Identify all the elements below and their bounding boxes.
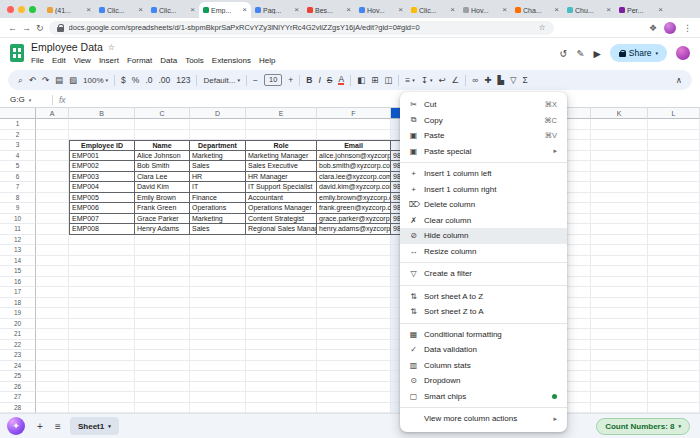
omnibox[interactable]: docs.google.com/spreadsheets/d/1-sbpmBkp… — [49, 21, 554, 35]
grid-cell[interactable] — [190, 329, 246, 340]
grid-cell[interactable] — [591, 140, 648, 151]
grid-cell[interactable] — [648, 403, 700, 414]
grid-cell[interactable] — [135, 403, 190, 414]
video-call-icon[interactable]: ▶ — [593, 48, 600, 59]
grid-cell[interactable]: Role — [246, 140, 317, 151]
grid-cell[interactable] — [190, 277, 246, 288]
grid-cell[interactable] — [36, 371, 69, 382]
text-color-icon[interactable]: A — [338, 75, 344, 85]
grid-cell[interactable]: bob.smith@xyzcorp.com — [317, 161, 391, 172]
star-document-icon[interactable]: ☆ — [108, 43, 115, 52]
grid-cell[interactable]: Marketing Manager — [246, 151, 317, 162]
grid-cell[interactable] — [135, 382, 190, 393]
row-header[interactable]: 14 — [0, 256, 36, 267]
grid-cell[interactable] — [648, 392, 700, 403]
grid-cell[interactable]: grace.parker@xyzcorp.com — [317, 214, 391, 225]
grid-cell[interactable] — [648, 151, 700, 162]
functions-icon[interactable]: Σ — [522, 75, 527, 85]
tab-close-icon[interactable]: × — [606, 6, 611, 14]
grid-cell[interactable] — [190, 256, 246, 267]
text-wrap-icon[interactable]: ↩ — [438, 75, 445, 85]
share-button[interactable]: Share ▾ — [610, 44, 667, 62]
row-header[interactable]: 15 — [0, 266, 36, 277]
grid-cell[interactable]: Name — [135, 140, 190, 151]
column-header-f[interactable]: F — [317, 108, 391, 119]
tab-close-icon[interactable]: × — [346, 6, 351, 14]
column-header-c[interactable]: C — [135, 108, 190, 119]
font-select[interactable]: Default...▾ — [203, 76, 240, 85]
grid-cell[interactable] — [190, 319, 246, 330]
tab-close-icon[interactable]: × — [86, 6, 91, 14]
grid-cell[interactable] — [648, 382, 700, 393]
grid-cell[interactable] — [190, 340, 246, 351]
insert-link-icon[interactable]: ∞ — [472, 75, 478, 85]
grid-cell[interactable] — [69, 329, 135, 340]
column-header-b[interactable]: B — [69, 108, 135, 119]
context-menu-item-sort-sheet-z-to-a[interactable]: ⇅Sort sheet Z to A — [400, 304, 567, 320]
grid-cell[interactable] — [36, 214, 69, 225]
grid-cell[interactable] — [591, 287, 648, 298]
grid-cell[interactable] — [317, 319, 391, 330]
context-menu-item-column-stats[interactable]: ▥Column stats — [400, 358, 567, 374]
row-header[interactable]: 6 — [0, 172, 36, 183]
grid-cell[interactable] — [591, 308, 648, 319]
grid-cell[interactable] — [591, 119, 648, 130]
context-menu-item-paste-special[interactable]: ▣Paste special▸ — [400, 144, 567, 160]
grid-cell[interactable] — [648, 161, 700, 172]
grid-cell[interactable]: Email — [317, 140, 391, 151]
sheet-tab-sheet1[interactable]: Sheet1 ▾ — [70, 417, 119, 435]
row-header[interactable]: 9 — [0, 203, 36, 214]
grid-cell[interactable] — [246, 382, 317, 393]
row-header[interactable]: 27 — [0, 392, 36, 403]
more-formats-icon[interactable]: 123 — [176, 75, 190, 85]
grid-cell[interactable] — [317, 329, 391, 340]
grid-cell[interactable] — [36, 350, 69, 361]
context-menu-item-hide-column[interactable]: ⊘Hide column — [400, 228, 567, 244]
grid-cell[interactable] — [69, 130, 135, 141]
grid-cell[interactable] — [246, 287, 317, 298]
browser-tab[interactable]: Per...× — [615, 2, 667, 18]
row-header[interactable]: 7 — [0, 182, 36, 193]
grid-cell[interactable] — [190, 371, 246, 382]
row-header[interactable]: 10 — [0, 214, 36, 225]
browser-profile-avatar[interactable] — [664, 22, 676, 34]
grid-cell[interactable] — [246, 298, 317, 309]
tab-close-icon[interactable]: × — [294, 6, 299, 14]
row-header[interactable]: 8 — [0, 193, 36, 204]
grid-cell[interactable]: IT Support Specialist — [246, 182, 317, 193]
grid-cell[interactable] — [317, 235, 391, 246]
grid-cell[interactable]: Grace Parker — [135, 214, 190, 225]
grid-cell[interactable] — [317, 371, 391, 382]
share-caret-icon[interactable]: ▾ — [655, 50, 658, 56]
borders-icon[interactable]: ⊞ — [371, 75, 378, 85]
grid-cell[interactable] — [591, 193, 648, 204]
tab-close-icon[interactable]: × — [190, 6, 195, 14]
grid-cell[interactable] — [648, 287, 700, 298]
grid-cell[interactable] — [135, 130, 190, 141]
menu-edit[interactable]: Edit — [52, 56, 66, 65]
font-size-input[interactable]: 10 — [264, 74, 282, 86]
grid-cell[interactable] — [135, 119, 190, 130]
all-sheets-icon[interactable]: ≡ — [52, 421, 64, 432]
grid-cell[interactable] — [36, 224, 69, 235]
grid-cell[interactable] — [190, 403, 246, 414]
grid-cell[interactable] — [69, 340, 135, 351]
grid-cell[interactable] — [135, 308, 190, 319]
grid-cell[interactable]: EMP001 — [69, 151, 135, 162]
merge-cells-icon[interactable]: ◫ — [384, 75, 392, 85]
menu-view[interactable]: View — [74, 56, 91, 65]
grid-cell[interactable]: alice.johnson@xyzcorp.com — [317, 151, 391, 162]
row-header[interactable]: 5 — [0, 161, 36, 172]
menu-file[interactable]: File — [31, 56, 44, 65]
grid-cell[interactable] — [591, 319, 648, 330]
tab-close-icon[interactable]: × — [554, 6, 559, 14]
grid-cell[interactable] — [246, 119, 317, 130]
row-header[interactable]: 24 — [0, 361, 36, 372]
context-menu-item-paste[interactable]: ▣Paste⌘V — [400, 128, 567, 144]
grid-cell[interactable]: Content Strategist — [246, 214, 317, 225]
grid-cell[interactable] — [69, 392, 135, 403]
grid-cell[interactable] — [69, 256, 135, 267]
forward-icon[interactable]: → — [22, 23, 31, 33]
grid-cell[interactable] — [648, 203, 700, 214]
grid-cell[interactable] — [36, 235, 69, 246]
